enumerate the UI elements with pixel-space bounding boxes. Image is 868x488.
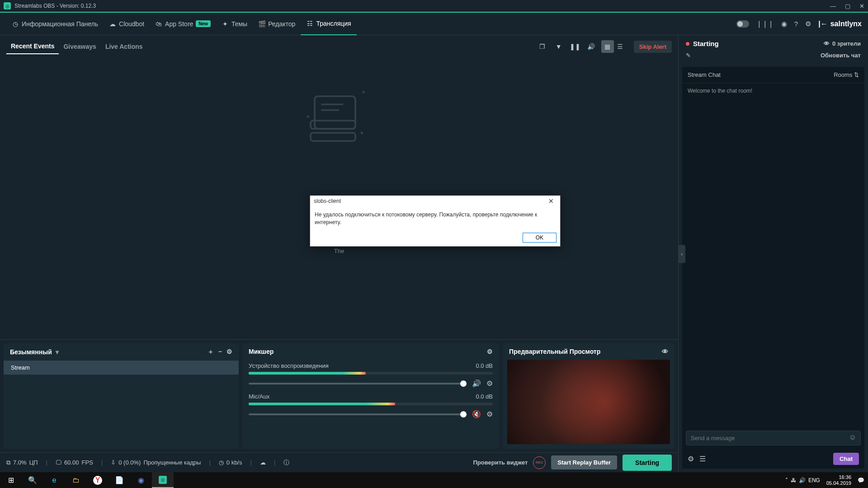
emoji-icon[interactable]: ☺ (849, 433, 856, 441)
search-icon[interactable]: 🔍 (22, 472, 43, 488)
broadcast-icon: ☷ (306, 20, 313, 27)
events-panel: Recent Events Giveaways Live Actions ❐ ▼… (0, 35, 678, 339)
svg-point-7 (361, 131, 363, 134)
explorer-icon[interactable]: 🗀 (65, 472, 87, 488)
svg-rect-4 (311, 133, 355, 141)
replay-buffer-button[interactable]: Start Replay Buffer (551, 455, 617, 469)
tray-network-icon[interactable]: 🖧 (791, 477, 796, 483)
tray-clock[interactable]: 16:36 05.04.2019 (826, 474, 851, 485)
nav-live[interactable]: ☷ Трансляция (301, 13, 356, 35)
app-icon-1[interactable]: 📄 (108, 472, 130, 488)
pause-icon[interactable]: ❚❚ (569, 40, 581, 53)
scene-name[interactable]: Безымянный (10, 348, 52, 356)
clock-icon: ◷ (219, 459, 224, 466)
check-widget-link[interactable]: Проверить виджет (473, 459, 528, 466)
tab-live-actions[interactable]: Live Actions (101, 39, 147, 54)
svg-rect-3 (311, 121, 355, 129)
filter-icon[interactable]: ▼ (552, 40, 565, 53)
record-button[interactable]: REC (533, 456, 546, 469)
main-nav: ◷ Информационная Панель ☁ Cloudbot 🛍 App… (0, 13, 868, 35)
nav-appstore[interactable]: 🛍 App Store New (150, 13, 216, 35)
cloud-status-icon[interactable]: ☁ (260, 459, 266, 466)
mixer-db: 0.0 dB (476, 362, 493, 369)
chat-send-button[interactable]: Chat (833, 453, 859, 465)
night-toggle[interactable] (736, 20, 749, 28)
mixer-row-desktop: Устройство воспроизведения 0.0 dB 🔊 ⚙ (242, 360, 499, 390)
svg-point-5 (362, 91, 364, 93)
empty-events-illustration (298, 76, 380, 157)
nav-cloudbot[interactable]: ☁ Cloudbot (104, 13, 150, 35)
nav-editor[interactable]: 🎬 Редактор (253, 13, 301, 35)
nav-dashboard[interactable]: ◷ Информационная Панель (6, 13, 104, 35)
viewer-count: 👁 0 зрители (824, 40, 861, 47)
minimize-icon[interactable]: — (830, 3, 836, 9)
visibility-icon[interactable]: 👁 (662, 348, 668, 355)
mixer-item-settings-icon[interactable]: ⚙ (486, 379, 493, 388)
titlebar-title: Streamlabs OBS - Version: 0.12.3 (14, 3, 830, 9)
chat-settings-icon[interactable]: ⚙ (688, 455, 694, 463)
dialog-message: Не удалось подключиться к потоковому сер… (310, 206, 560, 229)
tray-volume-icon[interactable]: 🔊 (799, 477, 806, 483)
collapse-chat-icon[interactable]: › (678, 245, 685, 263)
info-icon[interactable]: ⓘ (283, 459, 289, 467)
maximize-icon[interactable]: ▢ (845, 3, 850, 9)
chat-panel: Stream Chat Rooms ⇅ Welcome to the chat … (682, 67, 864, 469)
live-dot-icon (686, 42, 689, 46)
start-button[interactable]: ⊞ (0, 472, 22, 488)
chat-users-icon[interactable]: ☰ (699, 455, 706, 463)
yandex-icon[interactable]: Y (87, 472, 108, 488)
events-empty-hint: The (334, 248, 344, 254)
mixer-item-settings-icon[interactable]: ⚙ (486, 410, 493, 418)
preview-viewport[interactable] (507, 360, 670, 444)
rooms-dropdown[interactable]: Rooms ⇅ (834, 71, 859, 78)
add-source-icon[interactable]: ＋ (208, 348, 214, 356)
discord-icon[interactable]: ◉ (130, 472, 152, 488)
sources-settings-icon[interactable]: ⚙ (226, 348, 232, 356)
remove-source-icon[interactable]: − (218, 348, 222, 356)
mixer-source-name: Устройство воспроизведения (249, 362, 329, 369)
muted-icon[interactable]: 🔇 (472, 410, 481, 418)
dialog-ok-button[interactable]: OK (523, 233, 557, 243)
edit-icon[interactable]: ✎ (686, 52, 691, 59)
bitrate-stat: ◷ 0 kb/s (219, 459, 242, 466)
nav-label: Темы (231, 20, 247, 28)
shield-icon[interactable]: ◉ (781, 20, 787, 28)
nav-label: Cloudbot (119, 20, 144, 28)
mixer-row-mic: Mic/Aux 0.0 dB 🔇 ⚙ (242, 390, 499, 421)
new-badge: New (196, 20, 211, 27)
slobs-taskbar-icon[interactable]: ◎ (152, 472, 174, 488)
settings-icon[interactable]: ⚙ (805, 20, 811, 28)
tray-lang[interactable]: ENG (808, 477, 820, 483)
help-icon[interactable]: ? (794, 20, 798, 28)
edge-icon[interactable]: e (43, 472, 65, 488)
logout-icon: |← (818, 20, 827, 28)
stream-status: Starting (686, 40, 719, 47)
display-icon: 🖵 (56, 459, 61, 466)
volume-slider[interactable] (249, 383, 467, 385)
nav-themes[interactable]: ✦ Темы (216, 13, 253, 35)
mixer-settings-icon[interactable]: ⚙ (487, 348, 493, 355)
tab-giveaways[interactable]: Giveaways (59, 39, 100, 54)
popout-icon[interactable]: ❐ (536, 40, 549, 53)
skip-alert-button[interactable]: Skip Alert (634, 41, 672, 53)
scene-dropdown-icon[interactable]: ▾ (56, 348, 59, 356)
layout-grid-icon[interactable]: ▦ (601, 40, 614, 53)
tray-expand-icon[interactable]: ˄ (785, 477, 788, 483)
notifications-icon[interactable]: 💬 (858, 477, 864, 483)
source-row[interactable]: Stream (4, 361, 239, 375)
volume-slider[interactable] (249, 413, 467, 415)
layout-list-icon[interactable]: ☰ (614, 40, 627, 53)
mute-icon[interactable]: 🔊 (472, 379, 481, 388)
refresh-chat-link[interactable]: Обновить чат (821, 52, 861, 59)
close-icon[interactable]: ✕ (859, 3, 864, 9)
volume-icon[interactable]: 🔊 (585, 40, 598, 53)
go-live-button[interactable]: Starting (623, 455, 672, 471)
svg-point-6 (307, 115, 309, 117)
cpu-icon: ⧉ (6, 459, 10, 466)
user-menu[interactable]: |← salntlynx (818, 20, 862, 28)
chat-input[interactable] (686, 431, 861, 446)
gauge-icon: ◷ (12, 20, 19, 28)
bars-icon[interactable]: ❘❘❘ (756, 20, 774, 28)
tab-recent-events[interactable]: Recent Events (6, 39, 59, 54)
dialog-close-icon[interactable]: ✕ (546, 197, 557, 205)
